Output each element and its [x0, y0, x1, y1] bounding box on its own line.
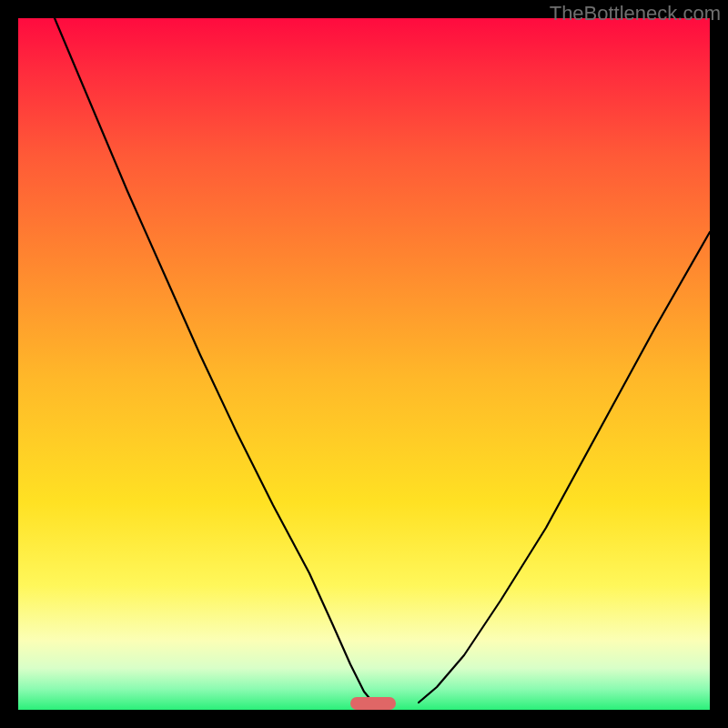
watermark-text: TheBottleneck.com	[550, 2, 721, 25]
plot-area	[18, 18, 710, 710]
curve-left-path	[55, 18, 373, 703]
minimum-marker	[350, 697, 396, 710]
bottleneck-curve	[18, 18, 710, 710]
curve-right-path	[419, 232, 710, 703]
chart-frame: TheBottleneck.com	[0, 0, 728, 728]
